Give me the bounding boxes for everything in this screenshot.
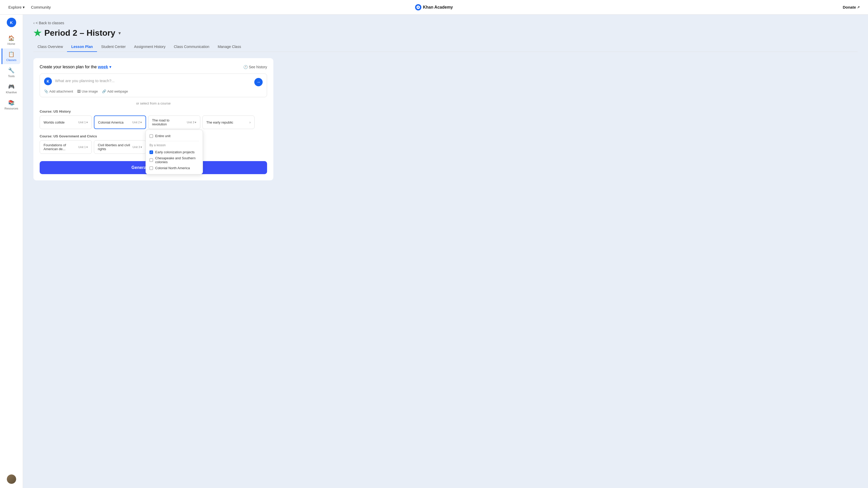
colonial-north-label: Colonial North America: [155, 166, 190, 170]
tab-class-communication-label: Class Communication: [174, 44, 209, 49]
lesson-input-area: K What are you planning to teach?... → 📎…: [40, 73, 267, 97]
page-title-row: Period 2 – History ▾: [33, 28, 858, 38]
chesapeake-checkbox[interactable]: [150, 158, 153, 162]
tab-assignment-history[interactable]: Assignment History: [130, 42, 170, 52]
title-dropdown-chevron[interactable]: ▾: [118, 30, 121, 36]
sidebar: K 🏠 Home 📋 Classes 🔧 Tools 🎮 Khanlive 📚 …: [0, 14, 23, 488]
tab-class-overview[interactable]: Class Overview: [33, 42, 67, 52]
worlds-collide-unit: Unit 1 ▾: [78, 121, 88, 124]
unit-foundations[interactable]: Foundations of American de... Unit 1 ▾: [40, 140, 92, 154]
early-republic-arrow-icon[interactable]: ›: [249, 120, 251, 124]
back-label: < Back to classes: [36, 21, 64, 25]
tab-manage-class-label: Manage Class: [218, 44, 241, 49]
colonial-north-checkbox[interactable]: [150, 166, 153, 170]
explore-menu[interactable]: Explore ▾: [8, 5, 25, 10]
civil-liberties-label: Civil liberties and civil rights: [98, 143, 130, 151]
colonial-north-option[interactable]: Colonial North America: [150, 165, 199, 171]
community-link[interactable]: Community: [31, 5, 51, 9]
colonial-america-dropdown: Entire unit By a lesson ✓ Early coloniza…: [146, 130, 203, 174]
sidebar-item-tools[interactable]: 🔧 Tools: [2, 65, 21, 80]
tab-student-center-label: Student Center: [101, 44, 126, 49]
sidebar-resources-label: Resources: [4, 107, 18, 110]
sidebar-khanlive-label: Khanlive: [6, 91, 17, 94]
unit-colonial-america[interactable]: Colonial America Unit 2 ▾ Entire unit By…: [94, 116, 146, 129]
sidebar-home-label: Home: [7, 42, 15, 45]
colonial-america-label: Colonial America: [98, 121, 130, 124]
tab-student-center[interactable]: Student Center: [97, 42, 130, 52]
tab-lesson-plan[interactable]: Lesson Plan: [67, 42, 97, 52]
colonial-america-chevron: ▾: [140, 121, 142, 124]
early-colonization-checkbox[interactable]: ✓: [150, 151, 153, 154]
tab-assignment-history-label: Assignment History: [134, 44, 166, 49]
attachment-label: Add attachment: [49, 89, 73, 93]
send-button[interactable]: →: [254, 78, 262, 86]
community-label: Community: [31, 5, 51, 9]
sidebar-item-khanlive[interactable]: 🎮 Khanlive: [2, 81, 21, 96]
explore-chevron-icon: ▾: [23, 5, 25, 10]
ka-mascot-icon: K: [44, 77, 52, 85]
lesson-plan-header: Create your lesson plan for the week ▾ 🕐…: [40, 64, 267, 69]
back-to-classes-link[interactable]: ‹ < Back to classes: [33, 21, 858, 25]
khanlive-icon: 🎮: [8, 84, 14, 90]
early-colonization-label: Early colonization projects: [155, 150, 194, 154]
entire-unit-label: Entire unit: [155, 134, 170, 138]
class-icon: [33, 29, 42, 37]
sidebar-item-resources[interactable]: 📚 Resources: [2, 97, 21, 112]
week-link[interactable]: week: [98, 65, 108, 69]
send-arrow-icon: →: [256, 80, 260, 85]
entire-unit-checkbox[interactable]: [150, 134, 153, 138]
unit-worlds-collide[interactable]: Worlds collide Unit 1 ▾: [40, 116, 92, 129]
chesapeake-option[interactable]: Chesapeake and Southern colonies: [150, 155, 199, 165]
add-attachment-button[interactable]: 📎 Add attachment: [44, 89, 73, 93]
sidebar-tools-label: Tools: [8, 74, 15, 78]
image-icon: 🖼: [77, 89, 81, 93]
logo: Khan Academy: [415, 4, 453, 10]
early-republic-label: The early republic: [206, 121, 247, 124]
road-to-revolution-unit: Unit 3 ▾: [187, 121, 196, 124]
use-image-button[interactable]: 🖼 Use image: [77, 89, 98, 93]
early-colonization-option[interactable]: ✓ Early colonization projects: [150, 149, 199, 155]
dropdown-divider: [150, 141, 199, 141]
civil-liberties-unit: Unit 3 ▾: [132, 145, 142, 149]
attachment-icon: 📎: [44, 89, 48, 93]
donate-label: Donate: [843, 5, 856, 9]
tab-lesson-plan-label: Lesson Plan: [71, 44, 93, 49]
main-content: ‹ < Back to classes Period 2 – History ▾…: [23, 14, 868, 488]
colonial-america-unit: Unit 2 ▾: [132, 121, 142, 124]
tab-class-communication[interactable]: Class Communication: [169, 42, 213, 52]
back-arrow-icon: ‹: [33, 21, 35, 25]
user-avatar[interactable]: [7, 475, 16, 484]
user-avatar-image: [7, 475, 16, 484]
sidebar-logo: K: [7, 18, 16, 27]
add-webpage-button[interactable]: 🔗 Add webpage: [102, 89, 128, 93]
page-title: Period 2 – History: [44, 28, 115, 38]
unit-civil-liberties[interactable]: Civil liberties and civil rights Unit 3 …: [94, 140, 146, 154]
donate-button[interactable]: Donate ↗: [843, 5, 860, 9]
road-to-revolution-label: The road to revolution: [152, 118, 185, 126]
entire-unit-option[interactable]: Entire unit: [150, 133, 199, 139]
logo-text: Khan Academy: [423, 5, 453, 10]
page-tabs: Class Overview Lesson Plan Student Cente…: [33, 42, 858, 52]
input-actions-row: 📎 Add attachment 🖼 Use image 🔗 Add webpa…: [44, 89, 262, 93]
see-history-button[interactable]: 🕐 See history: [243, 65, 267, 69]
sidebar-item-classes[interactable]: 📋 Classes: [2, 48, 20, 64]
unit-early-republic: The early republic ›: [203, 116, 254, 129]
explore-label: Explore: [8, 5, 22, 9]
sidebar-user-section: [7, 475, 16, 484]
sidebar-item-home[interactable]: 🏠 Home: [2, 32, 21, 48]
course-us-history: Course: US History Worlds collide Unit 1…: [40, 109, 267, 129]
history-clock-icon: 🕐: [243, 65, 248, 69]
resources-icon: 📚: [8, 100, 14, 106]
see-history-label: See history: [249, 65, 267, 69]
road-to-revolution-chevron: ▾: [195, 121, 196, 124]
webpage-label: Add webpage: [107, 89, 128, 93]
chesapeake-label: Chesapeake and Southern colonies: [155, 156, 199, 164]
sidebar-classes-label: Classes: [6, 58, 17, 62]
tab-class-overview-label: Class Overview: [37, 44, 63, 49]
unit-road-to-revolution[interactable]: The road to revolution Unit 3 ▾: [148, 116, 200, 129]
lesson-input[interactable]: What are you planning to teach?...: [55, 77, 251, 83]
home-icon: 🏠: [8, 35, 14, 41]
heading-chevron[interactable]: ▾: [109, 65, 112, 69]
tab-manage-class[interactable]: Manage Class: [214, 42, 245, 52]
foundations-chevron: ▾: [86, 145, 88, 149]
